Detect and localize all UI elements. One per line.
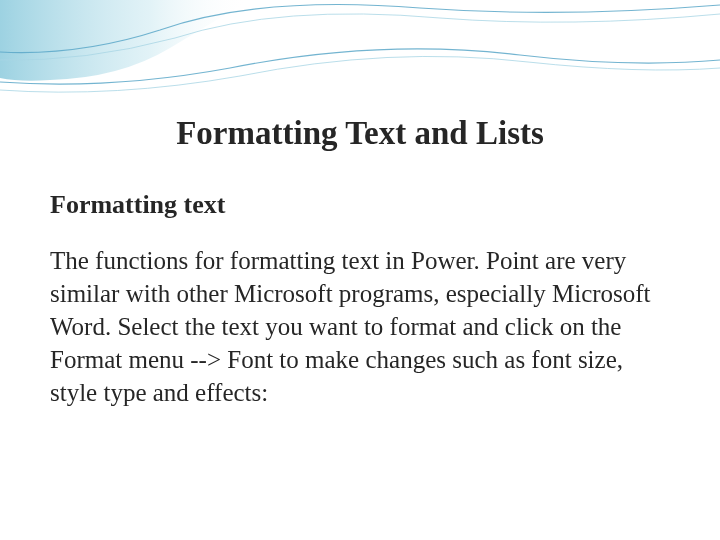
section-subheading: Formatting text <box>50 190 670 220</box>
body-paragraph: The functions for formatting text in Pow… <box>50 244 670 409</box>
slide-title: Formatting Text and Lists <box>50 115 670 152</box>
slide-content: Formatting Text and Lists Formatting tex… <box>0 0 720 449</box>
